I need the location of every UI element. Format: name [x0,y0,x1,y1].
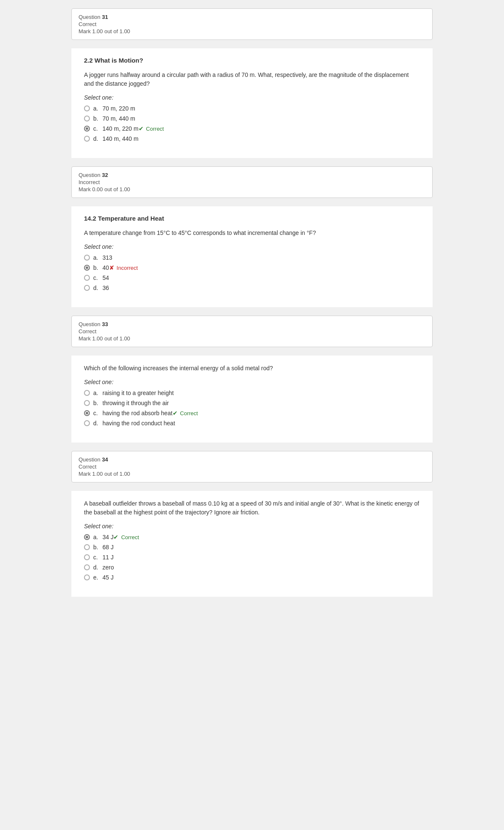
text-q34-a: 34 J [102,534,113,540]
letter-q33-a: a. [93,390,100,396]
letter-q34-b: b. [93,544,100,551]
check-q33-c: ✔ [173,410,178,416]
option-q32-a[interactable]: a. 313 [84,254,420,261]
text-q34-b: 68 J [102,544,113,551]
question-31-status: Correct [79,21,425,27]
option-q32-b[interactable]: b. 40 ✘ Incorrect [84,264,420,271]
question-32-mark: Mark 0.00 out of 1.00 [79,186,425,192]
option-q34-a[interactable]: a. 34 J ✔ Correct [84,534,420,540]
text-q33-b: throwing it through the air [102,400,169,406]
option-q31-d[interactable]: d. 140 m, 440 m [84,135,420,142]
options-list-q32: a. 313 b. 40 ✘ Incorrect c. 54 d. 36 [84,254,420,291]
text-q32-d: 36 [102,285,109,291]
text-q33-c: having the rod absorb heat [102,410,173,416]
section-q31: 2.2 What is Motion? A jogger runs halfwa… [71,48,433,158]
question-33-mark: Mark 1.00 out of 1.00 [79,335,425,342]
letter-q31-d: d. [93,135,100,142]
radio-q33-d[interactable] [84,420,90,426]
radio-q33-b[interactable] [84,400,90,406]
question-34-box: Question 34 Correct Mark 1.00 out of 1.0… [71,451,433,482]
radio-q32-c[interactable] [84,275,90,281]
text-q31-b: 70 m, 440 m [102,115,135,122]
section-q33: Which of the following increases the int… [71,356,433,443]
question-34-number: 34 [102,456,108,463]
section-q34: A baseball outfielder throws a baseball … [71,491,433,597]
option-q33-d[interactable]: d. having the rod conduct heat [84,420,420,427]
radio-q31-c[interactable] [84,126,90,132]
question-text-q34: A baseball outfielder throws a baseball … [84,499,420,517]
letter-q31-b: b. [93,115,100,122]
option-q33-b[interactable]: b. throwing it through the air [84,400,420,406]
question-32-label: Question 32 [79,172,425,178]
text-q34-c: 11 J [102,554,113,561]
incorrect-label-q32-b: Incorrect [117,265,138,271]
text-q34-d: zero [102,564,114,571]
letter-q32-d: d. [93,285,100,291]
options-list-q33: a. raising it to a greater height b. thr… [84,390,420,427]
letter-q34-c: c. [93,554,100,561]
radio-q32-a[interactable] [84,255,90,261]
select-one-q34: Select one: [84,523,420,530]
page-container: Question 31 Correct Mark 1.00 out of 1.0… [71,8,433,597]
option-q31-c[interactable]: c. 140 m, 220 m ✔ Correct [84,125,420,132]
radio-q34-c[interactable] [84,554,90,560]
question-32-box: Question 32 Incorrect Mark 0.00 out of 1… [71,166,433,198]
question-32-number: 32 [102,172,108,178]
option-q34-e[interactable]: e. 45 J [84,574,420,581]
letter-q33-b: b. [93,400,100,406]
correct-label-q31-c: Correct [146,126,164,132]
question-33-status: Correct [79,328,425,335]
radio-q33-c[interactable] [84,410,90,416]
radio-q34-a[interactable] [84,534,90,540]
option-q32-d[interactable]: d. 36 [84,285,420,291]
radio-q34-d[interactable] [84,564,90,570]
text-q34-e: 45 J [102,574,113,581]
option-q31-b[interactable]: b. 70 m, 440 m [84,115,420,122]
letter-q32-a: a. [93,254,100,261]
select-one-q31: Select one: [84,94,420,101]
question-31-mark: Mark 1.00 out of 1.00 [79,28,425,34]
correct-label-q33-c: Correct [180,410,198,416]
radio-q34-e[interactable] [84,574,90,580]
letter-q34-d: d. [93,564,100,571]
radio-q31-d[interactable] [84,136,90,142]
text-q31-d: 140 m, 440 m [102,135,139,142]
text-q33-a: raising it to a greater height [102,390,174,396]
question-33-label: Question 33 [79,321,425,327]
options-list-q34: a. 34 J ✔ Correct b. 68 J c. 11 J d. zer… [84,534,420,581]
text-q31-a: 70 m, 220 m [102,105,135,112]
correct-label-q34-a: Correct [121,534,139,540]
option-q32-c[interactable]: c. 54 [84,274,420,281]
select-one-q32: Select one: [84,243,420,250]
text-q32-c: 54 [102,274,109,281]
letter-q34-a: a. [93,534,100,540]
question-33-number: 33 [102,321,108,327]
x-q32-b: ✘ [109,264,114,271]
radio-q31-b[interactable] [84,116,90,121]
letter-q31-c: c. [93,125,100,132]
radio-q32-d[interactable] [84,285,90,291]
section-title-q32: 14.2 Temperature and Heat [84,215,420,222]
question-33-box: Question 33 Correct Mark 1.00 out of 1.0… [71,316,433,347]
select-one-q33: Select one: [84,379,420,385]
letter-q32-b: b. [93,264,100,271]
option-q33-c[interactable]: c. having the rod absorb heat ✔ Correct [84,410,420,416]
option-q33-a[interactable]: a. raising it to a greater height [84,390,420,396]
text-q33-d: having the rod conduct heat [102,420,175,427]
option-q34-d[interactable]: d. zero [84,564,420,571]
question-31-box: Question 31 Correct Mark 1.00 out of 1.0… [71,8,433,40]
text-q32-b: 40 [102,264,109,271]
radio-q34-b[interactable] [84,544,90,550]
radio-q33-a[interactable] [84,390,90,396]
check-q31-c: ✔ [139,125,144,132]
text-q31-c: 140 m, 220 m [102,125,139,132]
radio-q31-a[interactable] [84,105,90,111]
text-q32-a: 313 [102,254,112,261]
option-q34-b[interactable]: b. 68 J [84,544,420,551]
option-q34-c[interactable]: c. 11 J [84,554,420,561]
question-text-q33: Which of the following increases the int… [84,364,420,373]
option-q31-a[interactable]: a. 70 m, 220 m [84,105,420,112]
section-q32: 14.2 Temperature and Heat A temperature … [71,206,433,307]
radio-q32-b[interactable] [84,265,90,271]
question-32-status: Incorrect [79,179,425,185]
